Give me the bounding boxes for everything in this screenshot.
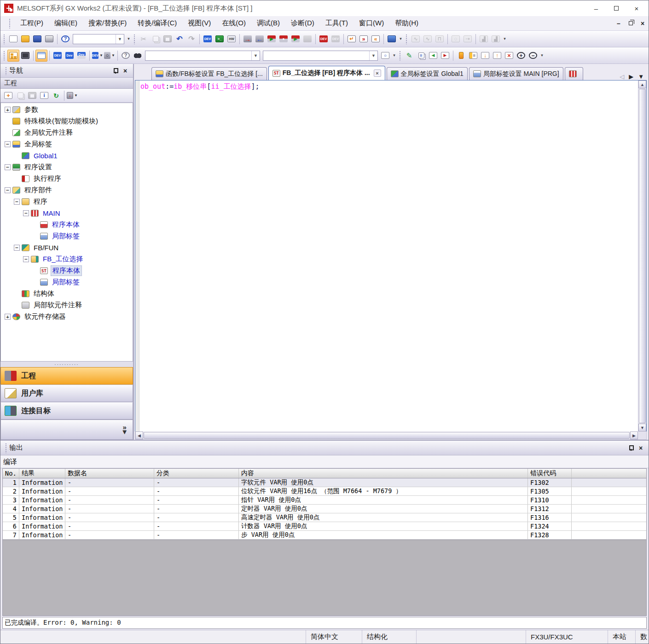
monitor-extra-button[interactable] [301,33,313,45]
toolbar-grip[interactable] [133,34,136,44]
child-minimize-button[interactable]: – [613,18,625,29]
find-string-combo[interactable]: ▼ [145,51,260,61]
navigation-splitter[interactable]: ·········· [0,362,133,367]
menu-item[interactable]: 转换/编译(C) [132,17,182,29]
edit-mode-button[interactable] [403,50,415,62]
output-tab-compile[interactable]: 编译 [1,456,22,468]
device-batch-monitor-button[interactable] [330,33,342,45]
help-context-button[interactable] [120,50,132,62]
maximize-button[interactable] [606,2,626,15]
toolbar-grip[interactable] [3,51,6,61]
zoom-out-button[interactable] [527,50,539,62]
tree-item-Global1[interactable]: Global1 [1,150,133,161]
document-tab-truncated[interactable] [565,67,583,80]
child-close-button[interactable]: × [637,18,649,29]
monitor-watch-button[interactable] [290,33,301,45]
vertical-scrollbar[interactable]: ▲ ▼ [638,80,646,431]
output-grip[interactable] [5,443,7,453]
device-list-button[interactable] [64,50,75,62]
navigation-pin-button[interactable] [110,66,120,75]
online-program-change-button[interactable] [358,33,370,45]
trace-setting-button[interactable] [410,33,422,45]
tab-close-button[interactable]: × [374,69,381,77]
tree-item-MAIN[interactable]: −MAIN [1,207,133,219]
undo-button[interactable] [174,33,185,45]
document-tab-FB_工位选择 [F[interactable]: FB_工位选择 [FB] 程序本体 ...× [268,66,385,80]
nav-sort-dropdown[interactable]: ▼ [66,90,78,102]
view-button-用户库[interactable]: 用户库 [0,385,133,402]
collapse-icon[interactable]: − [14,245,20,251]
find-previous-button[interactable] [427,50,439,62]
open-project-button[interactable] [19,33,31,45]
toolbar-overflow-button[interactable]: ▾ [539,50,545,62]
tree-item-FB_工位选择[interactable]: −FB_工位选择 [1,253,133,265]
document-search-button[interactable] [379,50,391,62]
menu-item[interactable]: 工具(T) [320,17,353,29]
document-tab-函数/FB标签设置[interactable]: 函数/FB标签设置 FB_工位选择 [... [151,67,267,80]
cross-reference-button[interactable] [132,50,144,62]
menu-item[interactable]: 在线(O) [216,17,251,29]
toolbar-grip[interactable] [406,34,408,44]
display-template-button[interactable] [415,50,427,62]
tree-item-特殊模块(智能功能模块)[interactable]: 特殊模块(智能功能模块) [1,115,133,127]
toolbar-overflow-button[interactable]: ▾ [126,33,132,45]
find-next-button[interactable] [439,50,451,62]
redo-button[interactable] [185,33,197,45]
tab-list-menu-button[interactable]: ▼ [638,73,644,80]
collapse-icon[interactable]: − [23,210,29,216]
trace-search-button[interactable] [450,33,462,45]
trace-start-button[interactable] [422,33,434,45]
bookmark-next-button[interactable] [479,50,491,62]
device-monitor-button[interactable] [318,33,330,45]
toolbar-grip[interactable] [3,34,6,44]
st-editor[interactable]: ob_out:=ib_移位串[ii_工位选择]; [135,80,638,431]
vertical-scroll-thumb[interactable] [639,89,646,423]
scroll-right-button[interactable]: ▶ [630,431,638,439]
view-button-工程[interactable]: 工程 [0,367,133,385]
trace-chart2-button[interactable] [490,33,502,45]
nav-new-item-button[interactable] [2,90,14,102]
tree-item-局部标签[interactable]: 局部标签 [1,276,133,288]
minimize-button[interactable]: – [586,2,606,15]
window-select-combo[interactable]: ▼ [73,34,124,44]
table-row[interactable]: 5Information--高速定时器 VAR用 使用0点F1316 [3,513,646,522]
toolbar-overflow-button[interactable]: ▾ [398,33,404,45]
output-pin-button[interactable] [626,443,636,453]
collapse-icon[interactable]: − [5,187,11,193]
tree-item-执行程序[interactable]: 执行程序 [1,173,133,184]
table-row[interactable]: 3Information--指针 VAR用 使用0点F1310 [3,496,646,505]
tab-scroll-right-button[interactable]: ▶ [629,73,633,80]
device-display-dropdown[interactable]: ▼ [92,50,104,62]
menu-item[interactable]: 搜索/替换(F) [83,17,132,29]
collapse-icon[interactable]: − [5,141,11,147]
tree-item-软元件存储器[interactable]: +软元件存储器 [1,311,133,322]
expand-icon[interactable]: + [5,107,11,113]
table-row[interactable]: 2Information--位软元件 VAR用 使用16点 （范围 M7664 … [3,487,646,496]
tree-item-结构体[interactable]: 结构体 [1,288,133,299]
tree-item-全局标签[interactable]: −全局标签 [1,138,133,150]
menu-item[interactable]: 视图(V) [182,17,216,29]
tree-item-程序本体[interactable]: 程序本体 [1,219,133,230]
save-project-button[interactable] [31,33,43,45]
navigation-close-button[interactable]: × [120,66,130,75]
scroll-up-button[interactable]: ▲ [638,80,646,88]
function-block-selection-button[interactable] [19,50,31,62]
menu-grip[interactable] [9,18,11,29]
copy-button[interactable] [150,33,162,45]
menu-item[interactable]: 编辑(E) [49,17,83,29]
sampling-trace-button[interactable] [434,33,446,45]
verify-comment-button[interactable] [346,33,358,45]
menu-item[interactable]: 诊断(D) [285,17,320,29]
expand-icon[interactable]: + [5,314,11,320]
device-screen-button[interactable] [214,33,226,45]
menu-item[interactable]: 工程(P) [15,17,49,29]
navigation-grip[interactable] [5,67,7,75]
nav-copy-button[interactable] [14,90,26,102]
device-io-button[interactable] [226,33,238,45]
help-button[interactable] [59,33,71,45]
read-comment-button[interactable] [370,33,382,45]
scroll-left-button[interactable]: ◀ [135,431,143,439]
remote-operation-button[interactable] [386,33,398,45]
menu-item[interactable]: 调试(B) [251,17,285,29]
work-window-button[interactable] [35,50,47,62]
